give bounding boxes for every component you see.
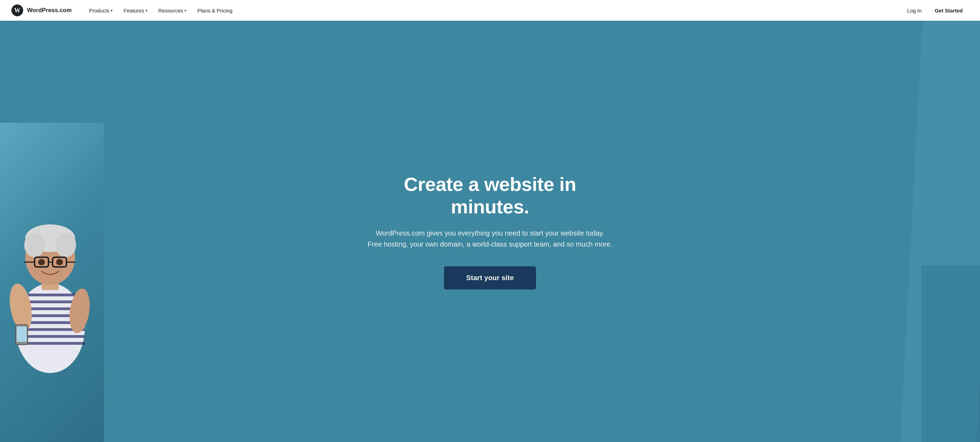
login-link[interactable]: Log In	[907, 8, 921, 13]
get-started-button[interactable]: Get Started	[928, 5, 969, 16]
hero-title: Create a website in minutes.	[366, 173, 614, 218]
hero-person-image	[0, 67, 104, 442]
nav-item-products-label: Products	[89, 8, 109, 13]
navbar: W WordPress.com Products ▾ Features ▾ Re…	[0, 0, 980, 21]
chevron-down-icon: ▾	[146, 9, 147, 13]
hero-content: Create a website in minutes. WordPress.c…	[358, 173, 622, 289]
chevron-down-icon: ▾	[111, 9, 113, 13]
wordpress-logo-icon: W	[11, 4, 24, 17]
start-site-button[interactable]: Start your site	[444, 266, 536, 289]
person-illustration	[0, 104, 104, 442]
chevron-down-icon: ▾	[185, 9, 186, 13]
nav-right: Log In Get Started	[907, 5, 969, 16]
hero-bg-decoration-right2	[921, 265, 980, 442]
nav-item-features[interactable]: Features ▾	[119, 5, 152, 16]
svg-point-22	[56, 259, 63, 265]
hero-subtitle: WordPress.com gives you everything you n…	[366, 227, 614, 250]
brand-logo-link[interactable]: W WordPress.com	[11, 4, 72, 17]
brand-name: WordPress.com	[27, 7, 72, 14]
nav-item-plans-pricing[interactable]: Plans & Pricing	[192, 5, 237, 16]
svg-point-21	[38, 259, 45, 265]
nav-links: Products ▾ Features ▾ Resources ▾ Plans …	[84, 5, 907, 16]
hero-subtitle-line2: Free hosting, your own domain, a world-c…	[368, 240, 612, 248]
nav-item-resources-label: Resources	[159, 8, 183, 13]
nav-item-resources[interactable]: Resources ▾	[154, 5, 191, 16]
svg-text:W: W	[14, 7, 21, 14]
hero-section: Create a website in minutes. WordPress.c…	[0, 0, 980, 442]
nav-item-features-label: Features	[124, 8, 144, 13]
svg-point-14	[24, 233, 45, 257]
hero-subtitle-line1: WordPress.com gives you everything you n…	[376, 229, 605, 237]
nav-item-products[interactable]: Products ▾	[84, 5, 117, 16]
svg-point-15	[56, 233, 76, 257]
nav-item-plans-pricing-label: Plans & Pricing	[197, 8, 232, 13]
svg-rect-26	[17, 326, 27, 342]
